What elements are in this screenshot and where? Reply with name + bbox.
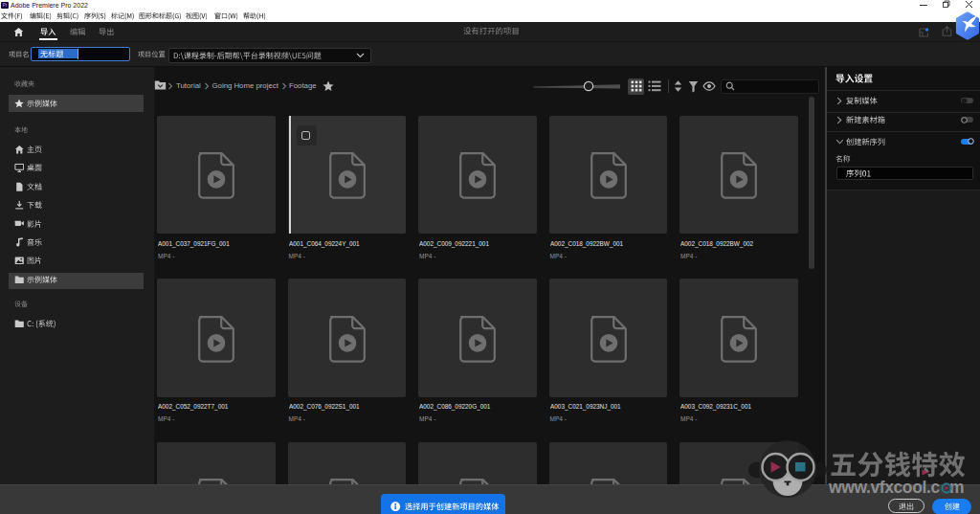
svg-text:Pr: Pr (3, 3, 8, 8)
